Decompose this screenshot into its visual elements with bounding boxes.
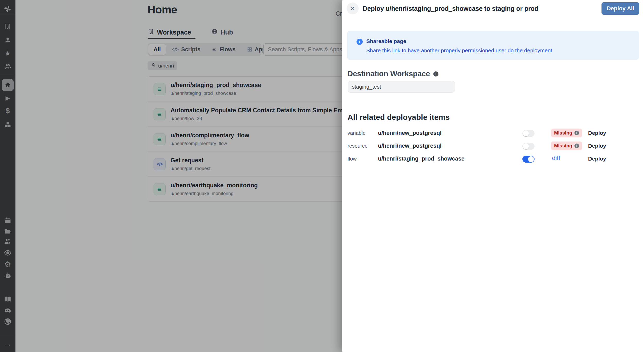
item-name: u/henri/new_postgresql bbox=[378, 130, 442, 136]
deploy-item-button[interactable]: Deploy bbox=[588, 143, 606, 149]
include-toggle[interactable] bbox=[522, 130, 535, 137]
close-icon[interactable]: ✕ bbox=[347, 3, 359, 14]
missing-badge: Missingi bbox=[551, 141, 582, 150]
modal-backdrop-sidebar bbox=[0, 0, 15, 352]
info-icon: i bbox=[433, 71, 438, 77]
destination-workspace-heading: Destination Workspace i bbox=[348, 70, 438, 78]
drawer-title: Deploy u/henri/staging_prod_showcase to … bbox=[363, 5, 538, 12]
include-toggle[interactable] bbox=[522, 143, 535, 150]
deploy-item-button[interactable]: Deploy bbox=[588, 130, 606, 136]
info-body: Share this link to have another properly… bbox=[366, 47, 552, 54]
info-body-suffix: to have another properly permissioned us… bbox=[400, 47, 552, 53]
deployable-items-list: variable u/henri/new_postgresql Missingi… bbox=[342, 127, 644, 166]
info-icon: i bbox=[357, 39, 363, 45]
destination-workspace-input[interactable] bbox=[348, 81, 455, 93]
deployable-item-row: resource u/henri/new_postgresql Missingi… bbox=[342, 140, 644, 153]
info-title: Shareable page bbox=[366, 38, 406, 44]
toggle-knob bbox=[523, 130, 529, 136]
toggle-knob bbox=[523, 143, 529, 149]
item-name: u/henri/new_postgresql bbox=[378, 143, 442, 149]
include-toggle[interactable] bbox=[522, 156, 535, 163]
item-status: Missingi bbox=[551, 129, 585, 137]
item-kind-label: flow bbox=[348, 156, 357, 162]
destination-workspace-label: Destination Workspace bbox=[348, 70, 430, 78]
diff-link[interactable]: diff bbox=[552, 154, 560, 162]
shareable-page-info-box: i Shareable page Share this link to have… bbox=[347, 31, 639, 60]
close-x-glyph: ✕ bbox=[350, 5, 355, 12]
item-kind-label: variable bbox=[348, 130, 366, 136]
deployable-item-row: flow u/henri/staging_prod_showcase diff … bbox=[342, 153, 644, 166]
deploy-all-button[interactable]: Deploy All bbox=[601, 2, 639, 15]
modal-backdrop[interactable] bbox=[0, 0, 342, 352]
info-icon: i bbox=[574, 144, 579, 148]
shareable-link[interactable]: link bbox=[392, 47, 400, 53]
missing-label: Missing bbox=[554, 130, 572, 136]
info-body-prefix: Share this bbox=[366, 47, 392, 53]
item-name: u/henri/staging_prod_showcase bbox=[378, 155, 464, 162]
info-icon: i bbox=[574, 131, 579, 135]
item-kind-label: resource bbox=[348, 143, 368, 149]
deployable-items-heading: All related deployable items bbox=[348, 113, 450, 122]
deployable-item-row: variable u/henri/new_postgresql Missingi… bbox=[342, 127, 644, 140]
toggle-knob bbox=[528, 156, 534, 162]
missing-label: Missing bbox=[554, 143, 572, 149]
missing-badge: Missingi bbox=[551, 129, 582, 137]
item-status: Missingi bbox=[551, 141, 585, 150]
item-status: diff bbox=[551, 154, 585, 162]
deploy-item-button[interactable]: Deploy bbox=[588, 156, 606, 162]
deploy-drawer: ✕ Deploy u/henri/staging_prod_showcase t… bbox=[342, 0, 644, 352]
drawer-header: ✕ Deploy u/henri/staging_prod_showcase t… bbox=[342, 0, 644, 17]
